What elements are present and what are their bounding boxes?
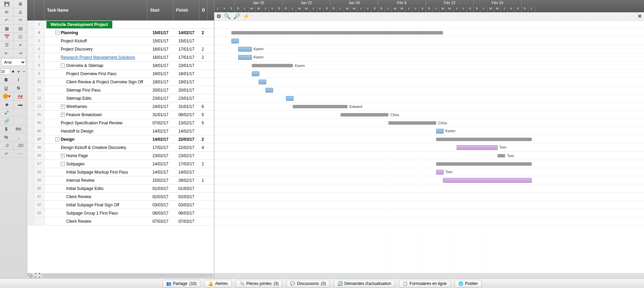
- gantt-bar[interactable]: Karen: [252, 64, 293, 67]
- gantt-bar[interactable]: [266, 88, 273, 93]
- save-icon[interactable]: 💾: [0, 0, 14, 8]
- italic-button[interactable]: I: [12, 76, 25, 83]
- task-row[interactable]: 62 Initial Subpage Final Sign Off 03/03/…: [27, 201, 214, 209]
- col-start[interactable]: Start: [147, 0, 173, 20]
- strike-button[interactable]: S: [12, 84, 25, 92]
- gantt-bar[interactable]: [231, 31, 443, 35]
- gantt-bar[interactable]: [259, 80, 266, 84]
- task-row[interactable]: 63 Subpage Group 1 First Pass 06/03/17 0…: [27, 209, 214, 217]
- align-icon[interactable]: ⋯: [14, 150, 27, 157]
- undo-icon[interactable]: ↶: [0, 16, 14, 24]
- gear-icon[interactable]: ⚙: [216, 13, 221, 19]
- gantt-bar[interactable]: Chris: [341, 113, 388, 116]
- task-row[interactable]: 47 -Design 14/02/17 22/03/17 2: [27, 135, 214, 143]
- col-finish[interactable]: Finish: [173, 0, 199, 20]
- attach-icon[interactable]: 📎: [27, 273, 34, 279]
- size-plus-icon[interactable]: +: [16, 68, 21, 75]
- col-task[interactable]: Task Name: [44, 0, 147, 20]
- gantt-bar[interactable]: [443, 178, 532, 183]
- formula-button[interactable]: f(x): [12, 125, 25, 133]
- task-row[interactable]: 60 Initial Subpage Edits 01/03/17 01/03/…: [27, 184, 214, 193]
- task-row[interactable]: 13 +Wireframes 24/01/17 31/01/17 6: [27, 102, 214, 111]
- task-row[interactable]: 11 Sitemap First Pass 20/01/17 20/01/17: [27, 86, 214, 94]
- task-row[interactable]: 6 Project Discovery 16/01/17 17/01/17 2: [27, 45, 214, 53]
- expand-icon[interactable]: +: [61, 154, 65, 158]
- task-row[interactable]: Client Review 07/03/17 07/03/17: [27, 217, 214, 225]
- gantt-bar[interactable]: Chris: [388, 121, 436, 125]
- filter-icon[interactable]: ☰: [0, 41, 14, 49]
- hscrollbar-right[interactable]: [214, 273, 644, 278]
- wrap-icon[interactable]: ↵: [0, 150, 14, 157]
- comma-button[interactable]: ,: [12, 133, 25, 141]
- gantt-bar[interactable]: [231, 39, 239, 43]
- calendar-icon[interactable]: 📅: [0, 33, 14, 41]
- underline-button[interactable]: U: [0, 84, 12, 92]
- bold-button[interactable]: B: [0, 76, 12, 83]
- gantt-bar[interactable]: Karen: [238, 55, 252, 60]
- size-dropdown-icon[interactable]: ▾: [11, 68, 16, 75]
- expand-icon[interactable]: -: [55, 31, 59, 35]
- task-row[interactable]: 3 Website Development Project: [27, 20, 214, 29]
- update-requests-button[interactable]: 🔄Demandes d'actualisation: [334, 280, 395, 287]
- redo-icon[interactable]: ↷: [14, 16, 27, 24]
- task-row[interactable]: 12 Sitemap Edits 23/01/17 23/01/17: [27, 94, 214, 102]
- hscrollbar-left[interactable]: [42, 274, 213, 278]
- task-row[interactable]: 4 -Planning 15/01/17 14/02/17 2: [27, 29, 214, 37]
- task-row[interactable]: 58 Initial Subpage Mockup First Pass 14/…: [27, 168, 214, 176]
- attachments-button[interactable]: 📎Pièces jointes (3): [236, 280, 283, 287]
- fill-color-icon[interactable]: 🟠▾: [0, 92, 14, 100]
- highlight-icon[interactable]: 🖍: [0, 109, 14, 116]
- publish-button[interactable]: 🌐Publier: [455, 280, 482, 287]
- zoom-out-icon[interactable]: 🔍: [224, 13, 231, 19]
- task-row[interactable]: 7 Research Project Management Solutions …: [27, 53, 214, 61]
- currency-button[interactable]: $: [0, 125, 12, 133]
- gantt-bar[interactable]: [286, 96, 294, 101]
- forms-button[interactable]: 📋Formulaires en ligne: [399, 280, 450, 287]
- printer-icon[interactable]: 🖨: [14, 8, 27, 16]
- task-link[interactable]: Research Project Management Solutions: [61, 55, 135, 60]
- task-row[interactable]: 59 Internal Review 15/02/17 28/02/17 1: [27, 176, 214, 184]
- gantt-bar[interactable]: Tom: [436, 170, 444, 175]
- discussions-button[interactable]: 💬Discussions (3): [286, 280, 330, 287]
- task-row[interactable]: 45 Project Specification Final Review 07…: [27, 119, 214, 127]
- task-row[interactable]: 5 Project Kickoff 15/01/17 15/01/17: [27, 37, 214, 45]
- grid-icon[interactable]: ▦: [0, 25, 14, 32]
- size-minus-icon[interactable]: −: [22, 68, 26, 75]
- indent-icon[interactable]: ⇥: [14, 49, 27, 57]
- close-icon[interactable]: ✕: [638, 13, 642, 19]
- expand-icon[interactable]: +: [61, 105, 65, 109]
- gantt-bar[interactable]: Tom: [498, 154, 505, 157]
- decimal-dec-icon[interactable]: .00: [14, 141, 27, 149]
- col-duration[interactable]: D: [199, 0, 207, 20]
- gantt-bar[interactable]: Karen: [436, 129, 444, 134]
- expand-all-icon[interactable]: ⛶: [34, 273, 41, 279]
- text-color-icon[interactable]: A▾: [14, 92, 27, 100]
- expand-icon[interactable]: -: [61, 162, 65, 166]
- rows-icon[interactable]: ≡: [14, 41, 27, 49]
- percent-button[interactable]: %: [0, 133, 12, 141]
- task-row[interactable]: 61 Client Review 02/03/17 02/03/17: [27, 193, 214, 201]
- task-row[interactable]: 8 -Overview & Sitemap 18/01/17 23/01/17: [27, 61, 214, 70]
- format-icon[interactable]: ▬: [14, 100, 27, 108]
- gantt-bar[interactable]: Edward: [293, 105, 347, 108]
- hierarchy-icon[interactable]: ⌬: [14, 33, 27, 41]
- task-row[interactable]: 9 Project Overview First Pass 18/01/17 1…: [27, 70, 214, 78]
- gantt-bar[interactable]: Karen: [238, 47, 252, 52]
- font-select[interactable]: Arial: [1, 58, 26, 66]
- share-button[interactable]: 👥Partage (10): [162, 280, 200, 287]
- zoom-in-icon[interactable]: 🔎: [233, 13, 240, 19]
- gantt-bar[interactable]: [252, 71, 259, 76]
- task-row[interactable]: 46 Handoff to Design 14/02/17 14/02/17: [27, 127, 214, 135]
- gantt-bar[interactable]: Tom: [457, 145, 498, 150]
- decimal-inc-icon[interactable]: .0: [0, 141, 14, 149]
- alerts-button[interactable]: 🔔Alertes: [204, 280, 231, 287]
- expand-icon[interactable]: -: [55, 137, 59, 141]
- link-icon[interactable]: 🔗: [0, 117, 14, 125]
- task-row[interactable]: 48 Design Kickoff & Creative Discovery 1…: [27, 143, 214, 152]
- expand-icon[interactable]: +: [61, 113, 65, 117]
- mail-icon[interactable]: ✉: [0, 8, 14, 16]
- font-size-input[interactable]: [1, 68, 10, 74]
- gantt-bar[interactable]: [436, 162, 532, 166]
- cards-icon[interactable]: ▤: [14, 25, 27, 32]
- outdent-icon[interactable]: ⇤: [0, 49, 14, 57]
